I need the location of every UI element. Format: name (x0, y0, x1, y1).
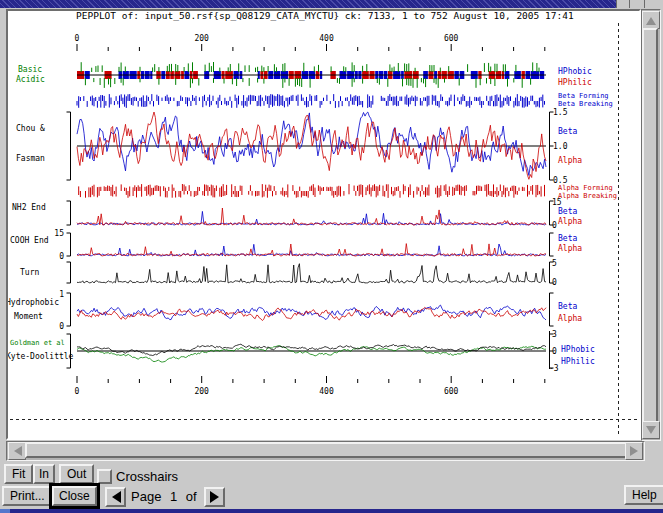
plot-label: Basic (18, 65, 42, 74)
plot-viewport: PEPPLOT of: input_50.rsf{sp_Q08129_CATA_… (6, 9, 641, 440)
panel-beta-regions (77, 94, 545, 108)
scale-bracket (67, 201, 71, 225)
scale-bracket (67, 112, 71, 180)
window-titlebar[interactable] (0, 0, 663, 8)
titlebar-divider (644, 0, 645, 8)
zoom-in-button[interactable]: In (33, 464, 55, 484)
plot-label: HPhobic (561, 345, 595, 354)
svg-text:200: 200 (194, 387, 209, 396)
close-button-default-ring: Close (49, 483, 100, 509)
scale-bracket (67, 334, 71, 368)
close-button-label: Close (59, 489, 90, 503)
horizontal-scrollbar[interactable] (6, 441, 645, 461)
scale-bracket (67, 262, 71, 283)
plot-label: 15 (54, 229, 64, 238)
plot-label: COOH End (10, 236, 49, 245)
page-indicator: Page 1 of 1 (131, 489, 213, 504)
panel-alpha-regions (79, 184, 545, 198)
scroll-right-button[interactable] (625, 442, 643, 460)
help-button[interactable]: Help (624, 485, 663, 505)
scale-bracket (67, 233, 71, 256)
plot-label: NH2 End (12, 203, 46, 212)
plot-label: Beta (558, 234, 577, 243)
scroll-down-button[interactable] (642, 421, 660, 439)
crosshairs-checkbox[interactable] (97, 469, 112, 484)
print-button[interactable]: Print... (2, 486, 53, 506)
plot-title: PEPPLOT of: input_50.rsf{sp_Q08129_CATA_… (76, 11, 574, 21)
panel-nh2-end (67, 201, 554, 225)
plot-label: 1 (59, 290, 64, 299)
plot-label: Turn (20, 268, 39, 277)
plot-label: HPhobic (558, 67, 592, 76)
svg-text:0: 0 (75, 34, 80, 43)
left-arrow-icon (9, 446, 22, 456)
page-next-button[interactable] (204, 487, 225, 507)
plot-label: Acidic (16, 75, 45, 84)
plot-label: 0 (59, 252, 64, 261)
panel-chou-fasman (67, 112, 554, 180)
horizontal-scroll-thumb[interactable] (25, 442, 628, 458)
plot-label: Chou & (16, 124, 45, 133)
out-button-label: Out (67, 467, 86, 481)
plot-label: 0 (552, 278, 557, 287)
panel-cooh-end (67, 233, 554, 256)
plot-label: HPhilic (561, 357, 595, 366)
panel-hydropathy (67, 331, 554, 369)
scale-bracket (550, 293, 554, 326)
series-beta (77, 244, 546, 256)
close-button[interactable]: Close (52, 486, 97, 506)
fit-button[interactable]: Fit (4, 464, 33, 484)
svg-text:600: 600 (444, 387, 459, 396)
svg-text:200: 200 (194, 34, 209, 43)
scroll-up-button[interactable] (642, 11, 660, 29)
svg-text:400: 400 (319, 387, 334, 396)
in-button-label: In (39, 467, 49, 481)
titlebar-buttons[interactable] (616, 0, 663, 8)
plot-label: 15 (552, 198, 562, 207)
vertical-scrollbar[interactable] (641, 9, 661, 441)
plot-label: -3 (549, 364, 559, 373)
crosshairs-label: Crosshairs (116, 469, 178, 484)
plot-label: 1.5 (553, 108, 568, 117)
plot-label: Beta Forming (558, 92, 609, 100)
zoom-out-button[interactable]: Out (59, 464, 94, 484)
plot-label: Alpha Forming (558, 184, 613, 192)
plot-label: 0 (552, 221, 557, 230)
plot-label: Beta (558, 302, 577, 311)
plot-label: HPhilic (558, 78, 592, 87)
page-next-icon (210, 491, 225, 503)
plot-label: Beta (558, 127, 577, 136)
plot-label: 3 (552, 330, 557, 339)
plot-label: Alpha (558, 217, 582, 226)
series-turn (77, 264, 546, 283)
plot-label: Hydrophobic (8, 298, 59, 307)
page-previous-icon (106, 491, 121, 503)
scroll-left-button[interactable] (8, 442, 26, 460)
vertical-scroll-thumb[interactable] (642, 28, 658, 425)
plot-label: Goldman et al (10, 339, 65, 347)
panel-charge (77, 62, 546, 88)
up-arrow-icon (646, 12, 656, 25)
series-kyte-doolittle (77, 344, 546, 355)
titlebar-divider (629, 0, 630, 8)
panel-hydrophobic-moment (67, 293, 554, 326)
plot-label: Alpha (558, 314, 582, 323)
scale-bracket (67, 293, 71, 326)
plot-label: Alpha (558, 156, 582, 165)
plot-label: Alpha Breaking (558, 192, 617, 200)
plot-label: Beta Breaking (558, 100, 613, 108)
background-window-corner (0, 509, 10, 513)
scale-bracket (550, 233, 554, 256)
right-arrow-icon (630, 446, 643, 456)
svg-text:0: 0 (75, 387, 80, 396)
plot-label: Fasman (16, 154, 45, 163)
pepplot-window: PEPPLOT of: input_50.rsf{sp_Q08129_CATA_… (0, 0, 663, 513)
plot-label: Alpha (558, 244, 582, 253)
pepplot-canvas: PEPPLOT of: input_50.rsf{sp_Q08129_CATA_… (8, 11, 639, 438)
down-arrow-icon (646, 426, 656, 439)
background-window-strip (0, 509, 663, 513)
page-previous-button[interactable] (105, 487, 126, 507)
plot-label: Beta (558, 207, 577, 216)
plot-label: 0 (59, 322, 64, 331)
svg-text:600: 600 (444, 34, 459, 43)
